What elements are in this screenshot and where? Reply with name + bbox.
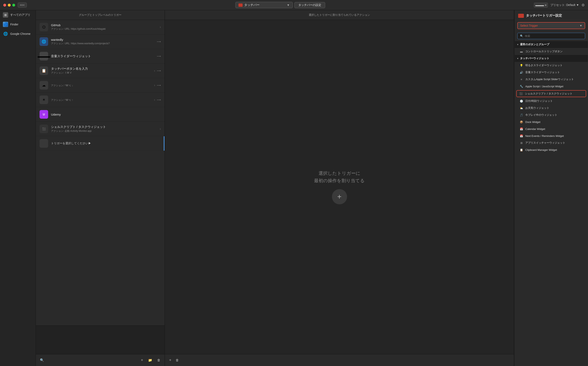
- chevron-icon: ›: [160, 25, 161, 29]
- trigger-item-wantedly[interactable]: 🌐 wantedly アクション: URL: https://www.wante…: [36, 34, 165, 49]
- weather-icon: ⛅: [520, 106, 523, 110]
- app-selector[interactable]: タッチバー ▼: [235, 2, 293, 8]
- category-normal-buttons[interactable]: ▼ 通常のボタンとグループ: [515, 41, 588, 48]
- search-container: 🔍: [514, 31, 588, 41]
- trigger-panel-header: グループとトップレベルのトリガー: [36, 10, 165, 20]
- dropdown-item-dock[interactable]: 📦 Dock Widget: [515, 118, 588, 125]
- cloud-icon: ☁: [39, 81, 48, 90]
- app-icon: [239, 3, 242, 7]
- finder-icon: 🔵: [3, 22, 8, 27]
- battery-icon: ▬▬▬: [535, 3, 544, 7]
- control-strip-icon: ▬: [520, 50, 523, 53]
- dropdown-item-next-events[interactable]: 📅 Next Events / Reminders Widget: [515, 132, 588, 139]
- gear-icon[interactable]: ⚙: [581, 3, 585, 7]
- trigger-item-select[interactable]: トリガーを選択してください▶: [36, 136, 165, 151]
- dropdown-item-control-strip[interactable]: ▬ コントロールストリップボタン: [515, 48, 588, 55]
- search-icon: 🔍: [520, 34, 523, 38]
- trigger-info-udemy: Udemy: [51, 113, 161, 116]
- search-icon[interactable]: 🔍: [40, 358, 44, 362]
- trigger-item-udemy[interactable]: U Udemy: [36, 107, 165, 122]
- dropdown-item-custom-script-slider[interactable]: ≡ カスタムApple Script Sliderウィジェット: [515, 76, 588, 83]
- trigger-item-shell[interactable]: ⬛ シェルスクリプト / タスクウィジェット アクション: 起動 Activit…: [36, 122, 165, 136]
- settings-icon: [518, 14, 524, 18]
- delete-action-icon[interactable]: 🗑: [176, 358, 179, 362]
- pin-icon: ⟶: [157, 40, 161, 43]
- trigger-info-volume: 音量スライダーウィジェット: [51, 54, 155, 58]
- dropdown-item-clipboard[interactable]: 📋 Clipboard Manager Widget: [515, 146, 588, 153]
- trigger-item-cloud-down[interactable]: ☁ アクション: ^⌘⌥ ↓ › ⟶: [36, 78, 165, 93]
- add-action-icon[interactable]: +: [169, 358, 172, 363]
- add-action-button[interactable]: +: [332, 189, 347, 204]
- dropdown-item-volume-widget[interactable]: 🔊 音量スライダーウィジェット: [515, 69, 588, 76]
- dropdown-item-calendar[interactable]: 📅 Calendar Widget: [515, 125, 588, 132]
- trigger-name-tbbutton: タッチバーボタン名を入力: [51, 67, 152, 71]
- dropdown-item-datetime[interactable]: 🕐 日付/時刻ウィジェット: [515, 98, 588, 105]
- dropdown-chevron-icon: ▼: [579, 24, 582, 27]
- nowplaying-icon: 🎵: [520, 113, 523, 117]
- minimize-button[interactable]: [8, 4, 11, 7]
- search-input[interactable]: [525, 34, 582, 38]
- maximize-button[interactable]: [12, 4, 15, 7]
- settings-title: タッチバートリガー設定: [526, 14, 562, 18]
- dropdown-item-shell-widget[interactable]: ⬛ シェルスクリプト / タスクウィジェット: [516, 90, 586, 97]
- selection-indicator: [164, 136, 165, 151]
- pin-icon-tb: ⟶: [157, 69, 161, 72]
- category-touchbar-widgets[interactable]: ▼ タッチバーウィジェット: [515, 55, 588, 62]
- title-bar-center: タッチバー ▼ タッチバーの設定: [29, 2, 531, 8]
- volume-icon: ▬▬▬: [39, 52, 48, 61]
- category-triangle2: ▼: [517, 57, 519, 60]
- trigger-item-volume[interactable]: ▬▬▬ 音量スライダーウィジェット ⟶: [36, 49, 165, 63]
- trigger-action-tbbutton: アクション: ⇧⌘ V: [51, 71, 152, 75]
- app-switcher-icon: ⊞: [520, 141, 523, 145]
- trigger-name: GitHub: [51, 23, 158, 27]
- trigger-action-shell: アクション: 起動 Activity Monitor.app: [51, 129, 158, 133]
- title-bar: <<< タッチバー ▼ タッチバーの設定 ▬▬▬ ≡ プリセット: Defaul…: [0, 0, 588, 10]
- sidebar: ⊞ すべてのアプリ 🔵 Finder 🌐 Google Chrome: [0, 10, 36, 366]
- trigger-panel-footer: 🔍 + 📁 🗑: [36, 354, 165, 366]
- dropdown-item-weather[interactable]: ⛅ お天気ウィジェット: [515, 105, 588, 112]
- terminal-icon: ⬛: [39, 125, 48, 133]
- select-trigger-dropdown[interactable]: Select Trigger ▼: [517, 22, 585, 29]
- udemy-icon: U: [39, 110, 48, 119]
- sidebar-item-all-apps[interactable]: ⊞ すべてのアプリ: [0, 10, 36, 20]
- trigger-action-wantedly: アクション: URL: https://www.wantedly.com/pro…: [51, 42, 155, 45]
- dropdown-item-brightness[interactable]: 💡 明るさスライダーウィジェット: [515, 62, 588, 69]
- trigger-name-shell: シェルスクリプト / タスクウィジェット: [51, 125, 158, 129]
- dock-icon: 📦: [520, 120, 523, 124]
- folder-icon[interactable]: 📁: [148, 358, 152, 362]
- brightness-icon: 💡: [520, 63, 523, 67]
- sidebar-item-chrome[interactable]: 🌐 Google Chrome: [0, 29, 36, 38]
- dropdown-item-applescript-widget[interactable]: 🔧 Apple Script / JavaScript Widget: [515, 83, 588, 90]
- trigger-info: GitHub アクション: URL: https://github.com/Ko…: [51, 23, 158, 31]
- menu-icon: ≡: [545, 3, 546, 7]
- trigger-item-sun-up[interactable]: ☀ アクション: ^⌘⌥ ↑ › ⟶: [36, 93, 165, 107]
- window-controls: [3, 4, 15, 7]
- trigger-action: アクション: URL: https://github.com/Kouichita…: [51, 27, 158, 31]
- close-button[interactable]: [3, 4, 6, 7]
- dropdown-item-nowplaying[interactable]: 🎵 今プレイ中のウィジェット: [515, 112, 588, 118]
- add-trigger-icon[interactable]: +: [141, 358, 143, 363]
- sidebar-item-finder[interactable]: 🔵 Finder: [0, 20, 36, 29]
- empty-icon: [39, 139, 48, 148]
- panel-bottom-area: [36, 325, 165, 354]
- trigger-item-github[interactable]: ⊙ GitHub アクション: URL: https://github.com/…: [36, 20, 165, 34]
- datetime-icon: 🕐: [520, 99, 523, 103]
- action-panel-footer: + 🗑: [165, 354, 514, 366]
- search-box: 🔍: [517, 33, 585, 39]
- clipboard-mgr-icon: 📋: [520, 148, 523, 152]
- nav-back[interactable]: <<<: [18, 2, 27, 8]
- action-empty-text: 選択したトリガーに 最初の操作を割り当てる: [314, 170, 365, 184]
- delete-trigger-icon[interactable]: 🗑: [157, 358, 160, 362]
- finder-label: Finder: [10, 23, 18, 26]
- tb-settings-button[interactable]: タッチバーの設定: [294, 2, 325, 8]
- pin-icon-cd: ⟶: [157, 84, 161, 87]
- trigger-info-clouddown: アクション: ^⌘⌥ ↓: [51, 84, 152, 87]
- preset-label[interactable]: プリセット: Default ▼: [550, 3, 579, 7]
- action-panel: 選択したトリガーに割り当てられているアクション 選択したトリガーに 最初の操作を…: [165, 10, 514, 366]
- github-icon: ⊙: [39, 23, 48, 31]
- dropdown-item-app-switcher[interactable]: ⊞ アプリスイッチャーウィジェット: [515, 139, 588, 146]
- clipboard-icon: 📋: [39, 66, 48, 75]
- trigger-item-tb-button[interactable]: 📋 タッチバーボタン名を入力 アクション: ⇧⌘ V › ⟶: [36, 63, 165, 78]
- pin-icon-su: ⟶: [157, 98, 161, 101]
- nav-label: <<<: [20, 3, 25, 7]
